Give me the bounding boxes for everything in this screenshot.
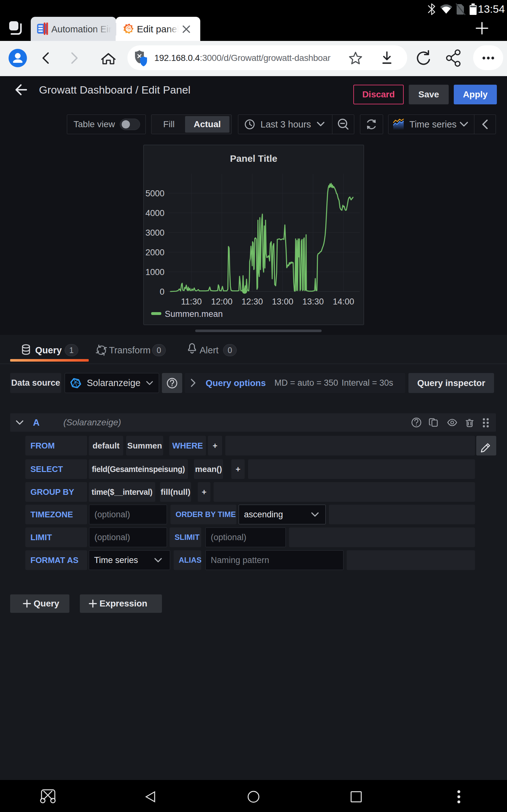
svg-text:1000: 1000 <box>146 267 164 277</box>
svg-text:3000: 3000 <box>146 228 164 238</box>
svg-text:12:30: 12:30 <box>241 297 263 306</box>
svg-text:12:00: 12:00 <box>211 297 233 306</box>
svg-text:13:54: 13:54 <box>478 3 505 15</box>
svg-text:4000: 4000 <box>146 208 164 218</box>
svg-text:11:30: 11:30 <box>181 297 202 306</box>
svg-text:0: 0 <box>160 287 164 297</box>
svg-text:13:30: 13:30 <box>302 297 324 306</box>
svg-text:2000: 2000 <box>146 248 164 257</box>
svg-text:13:00: 13:00 <box>272 297 293 306</box>
svg-text:5000: 5000 <box>146 189 164 198</box>
svg-text:Summen.mean: Summen.mean <box>165 309 223 319</box>
svg-text:14:00: 14:00 <box>333 297 354 306</box>
